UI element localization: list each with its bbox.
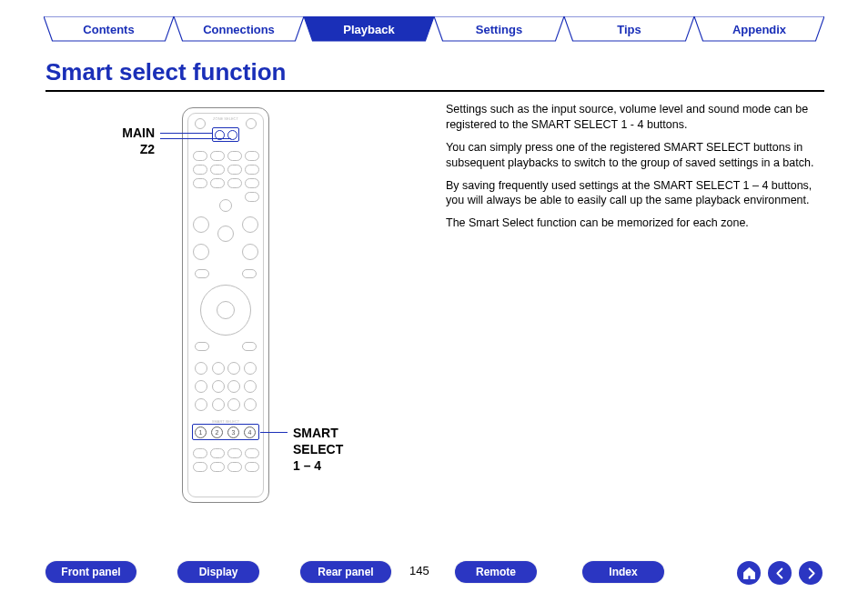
remote-btn (227, 398, 240, 411)
remote-btn (210, 165, 225, 175)
remote-btn (193, 448, 207, 458)
nav-rear-panel[interactable]: Rear panel (300, 561, 391, 583)
tab-appendix[interactable]: Appendix (694, 16, 824, 42)
page-number: 145 (409, 564, 429, 577)
remote-btn (195, 362, 207, 375)
desc-p2: You can simply press one of the register… (446, 140, 824, 171)
back-icon[interactable] (768, 561, 792, 585)
remote-btn (195, 269, 209, 278)
remote-btn (193, 216, 209, 233)
callout-main-label: MAIN (100, 125, 155, 141)
remote-btn (244, 362, 257, 375)
remote-btn (193, 165, 207, 175)
remote-btn (212, 398, 225, 411)
description: Settings such as the input source, volum… (446, 102, 824, 238)
remote-btn (244, 380, 257, 393)
title-divider (45, 90, 824, 92)
home-icon[interactable] (737, 561, 761, 585)
highlight-main-z2 (212, 127, 239, 142)
callout-smart-line3: 1 – 4 (293, 457, 375, 474)
remote-btn (210, 448, 225, 458)
remote-btn (212, 362, 225, 375)
lead-line-z2 (160, 138, 231, 139)
callout-smart-select: SMART SELECT 1 – 4 (293, 425, 375, 475)
remote-btn (227, 362, 240, 375)
remote-btn (245, 178, 259, 188)
remote-btn (242, 269, 257, 278)
tab-settings[interactable]: Settings (434, 16, 564, 42)
page-title: Smart select function (45, 58, 286, 86)
remote-btn (210, 462, 225, 472)
remote-btn (193, 244, 209, 260)
callout-main-z2: MAIN Z2 (100, 125, 155, 157)
tab-playback[interactable]: Playback (304, 16, 434, 42)
remote-enter (217, 301, 235, 319)
remote-btn (245, 192, 259, 202)
tab-label: Appendix (732, 23, 786, 36)
remote-btn (245, 448, 259, 458)
remote-btn (246, 118, 257, 129)
remote-btn-mute (217, 226, 234, 242)
forward-icon[interactable] (799, 561, 823, 585)
remote-btn (227, 178, 242, 188)
remote-btn (210, 151, 225, 161)
top-tabs: Contents Connections Playback Settings T… (44, 16, 824, 44)
remote-btn (210, 178, 225, 188)
lead-line-main (160, 133, 213, 134)
remote-btn (244, 398, 257, 411)
tab-contents[interactable]: Contents (44, 16, 174, 42)
remote-btn (227, 165, 242, 175)
remote-btn (227, 448, 242, 458)
remote-btn (227, 462, 242, 472)
remote-btn (212, 380, 225, 393)
nav-front-panel[interactable]: Front panel (45, 561, 136, 583)
nav-display[interactable]: Display (177, 561, 259, 583)
tab-label: Tips (617, 23, 641, 36)
remote-btn (219, 199, 232, 212)
lead-line-smart (260, 432, 288, 433)
callout-smart-line2: SELECT (293, 441, 375, 457)
remote-label-zone-select: ZONE SELECT (207, 116, 244, 121)
nav-index[interactable]: Index (582, 561, 664, 583)
remote-btn (242, 244, 258, 260)
callout-z2-label: Z2 (100, 141, 155, 157)
remote-btn (195, 342, 209, 351)
remote-btn (245, 462, 259, 472)
desc-p4: The Smart Select function can be memoriz… (446, 216, 824, 231)
remote-btn (245, 165, 259, 175)
nav-remote[interactable]: Remote (455, 561, 537, 583)
tab-label: Connections (203, 23, 275, 36)
remote-btn (242, 342, 257, 351)
remote-btn (195, 118, 206, 129)
desc-p3: By saving frequently used settings at th… (446, 178, 824, 209)
tab-connections[interactable]: Connections (174, 16, 304, 42)
remote-btn (193, 178, 207, 188)
tab-label: Settings (476, 23, 522, 36)
remote-btn (227, 380, 240, 393)
remote-btn (245, 151, 259, 161)
remote-illustration: ZONE SELECT SMART SELECT 1 2 3 4 (182, 107, 269, 503)
bottom-nav: Front panel Display Rear panel 145 Remot… (45, 561, 824, 588)
remote-btn (193, 151, 207, 161)
tab-label: Playback (343, 23, 394, 36)
remote-btn (195, 398, 207, 411)
highlight-smart-select (192, 424, 259, 440)
tab-tips[interactable]: Tips (564, 16, 694, 42)
remote-btn (242, 216, 258, 233)
callout-smart-line1: SMART (293, 425, 375, 441)
remote-btn (195, 380, 207, 393)
remote-btn (227, 151, 242, 161)
remote-btn (193, 462, 207, 472)
desc-p1: Settings such as the input source, volum… (446, 102, 824, 133)
tab-label: Contents (83, 23, 134, 36)
